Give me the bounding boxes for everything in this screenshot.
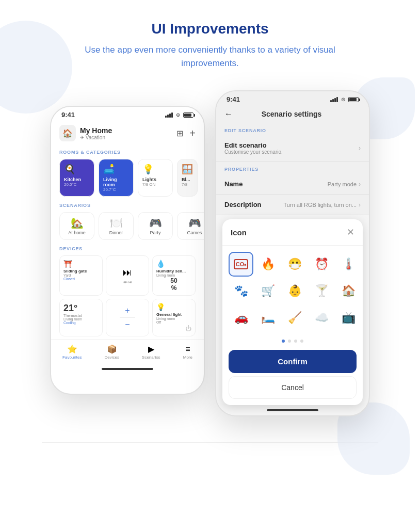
cancel-button[interactable]: Cancel: [229, 376, 357, 399]
home-info: 🏠 My Home ✈ Vacation: [59, 125, 112, 141]
icon-tv[interactable]: 📺: [336, 305, 361, 330]
icon-co2[interactable]: CO₂: [229, 252, 253, 277]
icon-baby[interactable]: 👶: [282, 279, 307, 303]
partial-icon: 🪟: [182, 164, 193, 175]
kitchen-name: Kitchen: [64, 177, 90, 182]
gate-icon: ⛩️: [63, 260, 99, 268]
scenario-party[interactable]: 🎮 Party: [138, 212, 173, 240]
icon-mask[interactable]: 😷: [282, 252, 307, 277]
lights-icon: 💡: [142, 164, 168, 175]
status-icons-left: ⊜: [165, 112, 193, 118]
room-card-lights[interactable]: 💡 Lights 7/8 ON: [138, 159, 173, 197]
kitchen-icon: 🍳: [64, 164, 90, 175]
room-card-living[interactable]: 🛋️ Living room 20.7°C: [99, 159, 134, 197]
description-row[interactable]: Description Turn all RGB lights, turn on…: [216, 195, 369, 215]
device-sliding-gate[interactable]: ⛩️ Sliding gate Yard Closed: [59, 255, 103, 296]
home-subtitle: ✈ Vacation: [80, 135, 112, 140]
room-card-kitchen[interactable]: 🍳 Kitchen 20.5°C: [59, 159, 94, 197]
device-thermostat[interactable]: 21° Thermostat Living room Cooling: [59, 299, 103, 336]
description-value: Turn all RGB lights, turn on...: [284, 202, 357, 208]
phone-right: 9:41 ⊜ ← Scenario settings EDIT SCENARIO…: [215, 90, 370, 416]
living-name: Living room: [103, 177, 129, 187]
icon-birdhouse[interactable]: 🏠: [336, 279, 361, 303]
icon-thermometer[interactable]: 🌡️: [336, 252, 361, 277]
phone-left: 9:41 ⊜ 🏠 My Home ✈ Vacation ⊞ +: [50, 106, 205, 395]
dinner-label: Dinner: [103, 230, 129, 235]
living-icon: 🛋️: [103, 164, 129, 175]
dinner-icon: 🍽️: [103, 217, 129, 229]
grid-icon[interactable]: ⊞: [176, 128, 183, 138]
rooms-section-label: ROOMS & CATEGORIES: [51, 146, 204, 157]
header-actions: ⊞ +: [176, 127, 196, 139]
add-icon[interactable]: +: [189, 127, 196, 139]
page-subtitle: Use the app even more conveniently thank…: [81, 43, 339, 70]
icon-bed[interactable]: 🛏️: [255, 305, 280, 330]
signal-icon: [165, 112, 173, 118]
status-icons-right: ⊜: [330, 96, 359, 102]
footer-divider: [42, 442, 378, 443]
power-icon[interactable]: ⏻: [185, 325, 191, 332]
favourites-label: Favourites: [62, 355, 82, 360]
edit-scenario-sub: Customise your scenario.: [224, 149, 283, 155]
icon-broom[interactable]: 🧹: [282, 305, 307, 330]
device-media[interactable]: ⏭ ⏮▶⏭: [106, 255, 149, 296]
status-bar-right: 9:41 ⊜: [216, 91, 369, 105]
edit-scenario-label: EDIT SCENARIO: [216, 123, 369, 135]
icon-fire[interactable]: 🔥: [255, 252, 280, 277]
humidity-icon: 💧: [156, 260, 191, 268]
settings-header: ← Scenario settings: [216, 105, 369, 123]
icon-car[interactable]: 🚗: [229, 305, 253, 330]
icon-stroller[interactable]: 🛒: [255, 279, 280, 303]
settings-title: Scenario settings: [262, 110, 322, 118]
device-humidity[interactable]: 💧 Humidity sen... Living room 50%: [152, 255, 196, 296]
confirm-button[interactable]: Confirm: [229, 350, 357, 373]
at-home-label: At home: [64, 230, 90, 235]
plus-control[interactable]: +: [125, 306, 130, 315]
games-icon: 🎮: [182, 217, 204, 229]
icon-alarm[interactable]: ⏰: [309, 252, 334, 277]
nav-scenarios[interactable]: ▶ Scenarios: [142, 344, 160, 360]
dot-2: [288, 340, 291, 343]
phones-container: 9:41 ⊜ 🏠 My Home ✈ Vacation ⊞ +: [0, 80, 420, 437]
icon-cloud[interactable]: ☁️: [309, 305, 334, 330]
partial-temp: 7/8: [182, 182, 193, 187]
lights-temp: 7/8 ON: [142, 182, 168, 187]
name-chevron-icon: ›: [359, 181, 361, 188]
properties-label: PROPERTIES: [216, 162, 369, 174]
icon-paw[interactable]: 🐾: [229, 279, 253, 303]
battery-icon: [183, 112, 193, 118]
games-label: Games: [182, 230, 204, 235]
living-temp: 20.7°C: [103, 187, 129, 192]
media-icon: ⏭: [123, 267, 132, 278]
nav-favourites[interactable]: ⭐ Favourites: [62, 344, 82, 360]
device-controls[interactable]: + −: [106, 299, 149, 336]
icon-cocktail[interactable]: 🍸: [309, 279, 334, 303]
signal-icon-right: [330, 97, 338, 102]
desc-chevron-icon: ›: [359, 201, 361, 208]
description-label: Description: [224, 201, 262, 208]
icons-grid: CO₂ 🔥 😷 ⏰ 🌡️ 🐾 🛒 👶 🍸 🏠 🚗 🛏️ 🧹 ☁️ 📺: [222, 246, 363, 336]
name-row[interactable]: Name Party mode ›: [216, 174, 369, 195]
scenario-at-home[interactable]: 🏡 At home: [59, 212, 94, 240]
wifi-icon: ⊜: [176, 112, 180, 118]
chevron-right-icon: ›: [359, 144, 361, 152]
wifi-icon-right: ⊜: [341, 96, 345, 102]
light-icon: 💡: [156, 303, 191, 311]
party-icon: 🎮: [142, 217, 168, 229]
device-light[interactable]: 💡 General light Living room Off ⏻: [152, 299, 196, 336]
home-header: 🏠 My Home ✈ Vacation ⊞ +: [51, 121, 204, 146]
status-bar-left: 9:41 ⊜: [51, 107, 204, 121]
rooms-row: 🍳 Kitchen 20.5°C 🛋️ Living room 20.7°C 💡…: [51, 157, 204, 199]
nav-more[interactable]: ≡ More: [183, 345, 192, 360]
scenarios-icon: ▶: [148, 344, 154, 354]
scenario-dinner[interactable]: 🍽️ Dinner: [99, 212, 134, 240]
minus-control[interactable]: −: [125, 320, 130, 329]
back-button[interactable]: ←: [224, 109, 233, 119]
kitchen-temp: 20.5°C: [64, 182, 90, 187]
devices-nav-label: Devices: [105, 355, 119, 360]
room-card-partial[interactable]: 🪟 Bl... 7/8: [177, 159, 198, 197]
modal-close-button[interactable]: ✕: [347, 227, 354, 238]
nav-devices[interactable]: 📦 Devices: [105, 344, 119, 360]
edit-scenario-row[interactable]: Edit scenario Customise your scenario. ›: [216, 135, 369, 162]
scenario-games[interactable]: 🎮 Games: [177, 212, 204, 240]
